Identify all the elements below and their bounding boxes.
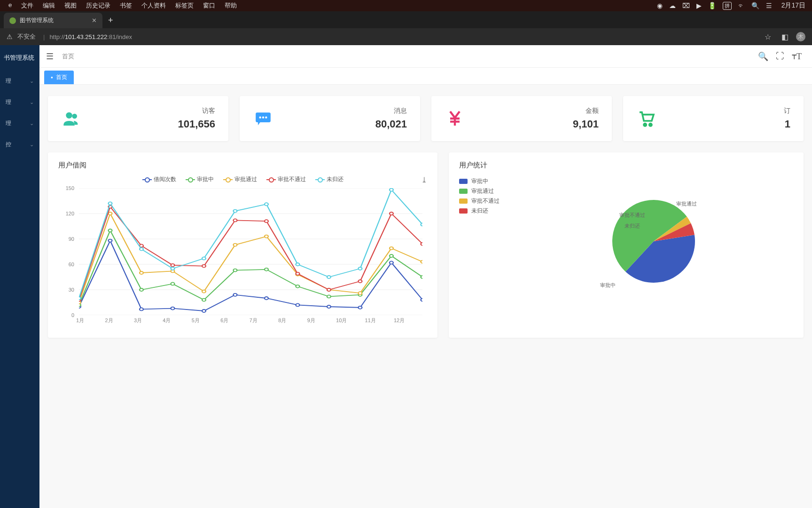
breadcrumb[interactable]: 首页 <box>62 52 74 61</box>
x-tick: 12月 <box>394 317 422 329</box>
svg-point-3 <box>259 116 261 118</box>
panel-icon[interactable]: ◧ <box>779 32 791 41</box>
svg-point-33 <box>296 285 300 288</box>
svg-point-72 <box>390 189 393 191</box>
font-size-icon[interactable]: ᴛT <box>788 51 805 62</box>
svg-point-44 <box>265 235 268 238</box>
cloud-icon[interactable]: ☁ <box>669 2 676 9</box>
svg-point-32 <box>265 268 268 271</box>
svg-point-0 <box>66 112 72 119</box>
legend-item[interactable]: 审批不通过 <box>459 197 500 205</box>
legend-item[interactable]: 审批通过 <box>459 187 500 195</box>
topbar: ☰ 首页 🔍 ⛶ ᴛT <box>39 45 812 68</box>
svg-point-39 <box>109 212 112 215</box>
os-menu-item[interactable]: 书签 <box>115 1 137 10</box>
tv-icon[interactable]: ⌧ <box>682 2 690 9</box>
svg-point-6 <box>644 124 646 126</box>
x-tick: 6月 <box>220 317 249 329</box>
y-tick: 0 <box>71 312 74 318</box>
url-field[interactable]: http://101.43.251.222:81/index <box>49 33 132 40</box>
os-menu-item[interactable]: 窗口 <box>198 1 220 10</box>
stat-card: 访客101,656 <box>48 96 228 141</box>
download-icon[interactable]: ⤓ <box>421 175 427 184</box>
sidebar-item[interactable]: 控⌄ <box>0 134 39 155</box>
panel-stats: 用户统计 审批中审批通过审批不通过未归还 审批中审批通过审批不通过未归还 <box>449 152 804 338</box>
legend-item[interactable]: 审批不通过 <box>266 175 306 183</box>
x-tick: 5月 <box>192 317 220 329</box>
svg-point-63 <box>109 202 112 205</box>
legend-item[interactable]: 借阅次数 <box>142 175 176 183</box>
svg-point-69 <box>296 263 300 266</box>
profile-icon[interactable]: 木 <box>796 32 805 41</box>
os-menu-item[interactable]: 帮助 <box>220 1 242 10</box>
svg-point-62 <box>79 297 81 300</box>
browser-tab[interactable]: 图书管理系统 ✕ <box>4 13 102 28</box>
svg-point-37 <box>421 276 422 278</box>
svg-point-18 <box>202 310 206 312</box>
os-menu-item[interactable]: 个人资料 <box>137 1 171 10</box>
os-menu-item[interactable]: 文件 <box>16 1 38 10</box>
svg-point-48 <box>390 247 393 250</box>
legend-item[interactable]: 审批中 <box>459 177 500 185</box>
stat-value: 9,101 <box>573 118 599 130</box>
stat-value: 1 <box>784 118 790 130</box>
control-center-icon[interactable]: ☰ <box>766 2 772 9</box>
svg-point-23 <box>359 306 362 309</box>
tab-home[interactable]: 首页 <box>44 71 74 84</box>
svg-point-4 <box>262 116 264 118</box>
insecure-icon[interactable]: ⚠ <box>7 33 13 40</box>
search-icon[interactable]: 🔍 <box>754 51 772 62</box>
play-icon[interactable]: ▶ <box>696 2 702 9</box>
os-menu-item[interactable]: 标签页 <box>171 1 198 10</box>
svg-point-71 <box>359 267 362 270</box>
wifi-icon[interactable]: ᯤ <box>738 2 745 9</box>
line-legend: 借阅次数审批中审批通过审批不通过未归还⤓ <box>58 175 427 183</box>
pie-slice-label: 未归还 <box>625 222 640 230</box>
svg-point-66 <box>202 257 206 260</box>
svg-point-65 <box>171 267 175 270</box>
x-tick: 7月 <box>250 317 278 329</box>
os-menu-item[interactable]: 编辑 <box>38 1 60 10</box>
y-tick: 60 <box>69 262 74 267</box>
bookmark-icon[interactable]: ☆ <box>762 32 774 41</box>
cart-icon <box>636 108 657 129</box>
svg-point-70 <box>327 276 331 278</box>
clock[interactable]: 2月17日 <box>781 1 805 10</box>
svg-point-58 <box>327 288 331 291</box>
legend-item[interactable]: 审批通过 <box>223 175 257 183</box>
ime-icon[interactable]: 拼 <box>723 2 732 10</box>
legend-item[interactable]: 未归还 <box>459 207 500 215</box>
svg-point-30 <box>202 299 206 302</box>
svg-point-34 <box>327 295 331 298</box>
sidebar-item[interactable]: 理⌄ <box>0 92 39 113</box>
record-icon[interactable]: ◉ <box>657 2 663 9</box>
os-menu-item[interactable]: 视图 <box>60 1 81 10</box>
svg-point-1 <box>72 114 77 119</box>
os-menu-bar: e文件编辑视图历史记录书签个人资料标签页窗口帮助 ◉ ☁ ⌧ ▶ 🔋 拼 ᯤ 🔍… <box>0 0 812 11</box>
x-tick: 11月 <box>365 317 394 329</box>
svg-point-16 <box>140 308 143 310</box>
menu-toggle-icon[interactable]: ☰ <box>46 51 54 62</box>
legend-item[interactable]: 未归还 <box>315 175 344 183</box>
new-tab-button[interactable]: + <box>102 13 119 28</box>
legend-item[interactable]: 审批中 <box>186 175 214 183</box>
stat-label: 访客 <box>178 107 215 115</box>
sidebar-item[interactable]: 理⌄ <box>0 113 39 134</box>
svg-point-68 <box>265 203 268 206</box>
svg-point-56 <box>265 220 268 222</box>
close-icon[interactable]: ✕ <box>92 17 97 24</box>
svg-point-22 <box>327 305 331 308</box>
insecure-label[interactable]: 不安全 <box>17 32 36 41</box>
os-menu-item[interactable]: e <box>4 1 16 10</box>
search-icon[interactable]: 🔍 <box>751 2 759 9</box>
battery-icon[interactable]: 🔋 <box>708 2 716 9</box>
os-menu-item[interactable]: 历史记录 <box>81 1 115 10</box>
sidebar-item[interactable]: 理⌄ <box>0 71 39 92</box>
svg-point-25 <box>421 299 422 302</box>
svg-point-57 <box>296 272 300 275</box>
svg-point-19 <box>234 294 237 296</box>
pie-slice-label: 审批通过 <box>676 200 697 207</box>
fullscreen-icon[interactable]: ⛶ <box>772 51 788 61</box>
svg-point-55 <box>234 219 237 222</box>
x-tick: 3月 <box>134 317 163 329</box>
